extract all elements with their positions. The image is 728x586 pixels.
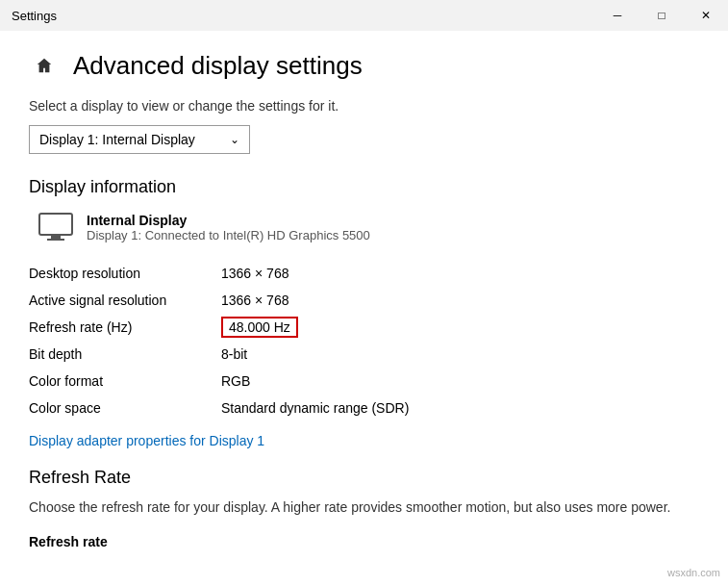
display-info-card: Internal Display Display 1: Connected to… [29, 213, 699, 242]
minimize-button[interactable]: ─ [595, 0, 640, 31]
display-info-text: Internal Display Display 1: Connected to… [87, 213, 370, 242]
table-row: Color spaceStandard dynamic range (SDR) [29, 395, 699, 421]
svg-rect-2 [47, 239, 64, 241]
title-bar-left: Settings [12, 9, 57, 23]
content-area: Advanced display settings Select a displ… [0, 31, 728, 586]
row-label: Color format [29, 368, 221, 395]
row-label: Bit depth [29, 341, 221, 368]
refresh-rate-label: Refresh rate [29, 534, 108, 549]
table-row: Refresh rate (Hz)48.000 Hz [29, 314, 699, 341]
highlighted-value: 48.000 Hz [221, 317, 298, 338]
refresh-rate-section-title: Refresh Rate [29, 468, 699, 488]
table-row: Desktop resolution1366 × 768 [29, 260, 699, 287]
display-info-table: Desktop resolution1366 × 768Active signa… [29, 260, 699, 421]
monitor-name: Internal Display [87, 213, 370, 228]
svg-rect-1 [51, 235, 61, 239]
row-label: Desktop resolution [29, 260, 221, 287]
row-value: 1366 × 768 [221, 287, 699, 314]
row-value: 48.000 Hz [221, 314, 699, 341]
table-row: Active signal resolution1366 × 768 [29, 287, 699, 314]
home-icon [36, 57, 53, 74]
table-row: Bit depth8-bit [29, 341, 699, 368]
row-value: Standard dynamic range (SDR) [221, 395, 699, 421]
svg-rect-0 [39, 214, 72, 235]
row-label: Refresh rate (Hz) [29, 314, 221, 341]
page-title: Advanced display settings [73, 51, 363, 81]
maximize-button[interactable]: □ [640, 0, 684, 31]
display-selector[interactable]: Display 1: Internal Display ⌄ [29, 125, 250, 154]
monitor-subtitle: Display 1: Connected to Intel(R) HD Grap… [87, 228, 370, 242]
row-label: Color space [29, 395, 221, 421]
title-bar-title: Settings [12, 9, 57, 23]
watermark: wsxdn.com [667, 567, 720, 578]
title-bar: Settings ─ □ ✕ [0, 0, 728, 31]
row-label: Active signal resolution [29, 287, 221, 314]
home-button[interactable] [29, 50, 60, 81]
chevron-down-icon: ⌄ [230, 133, 239, 146]
display-info-section-title: Display information [29, 177, 699, 197]
close-button[interactable]: ✕ [684, 0, 728, 31]
main-content: Advanced display settings Select a displ… [0, 31, 728, 586]
row-value: 1366 × 768 [221, 260, 699, 287]
display-selector-value: Display 1: Internal Display [39, 132, 195, 147]
table-row: Color formatRGB [29, 368, 699, 395]
page-subtitle: Select a display to view or change the s… [29, 98, 699, 114]
row-value: RGB [221, 368, 699, 395]
title-bar-controls: ─ □ ✕ [595, 0, 728, 31]
refresh-rate-description: Choose the refresh rate for your display… [29, 497, 699, 518]
monitor-icon [38, 213, 73, 242]
row-value: 8-bit [221, 341, 699, 368]
page-header: Advanced display settings [29, 50, 699, 81]
adapter-link[interactable]: Display adapter properties for Display 1 [29, 433, 264, 448]
